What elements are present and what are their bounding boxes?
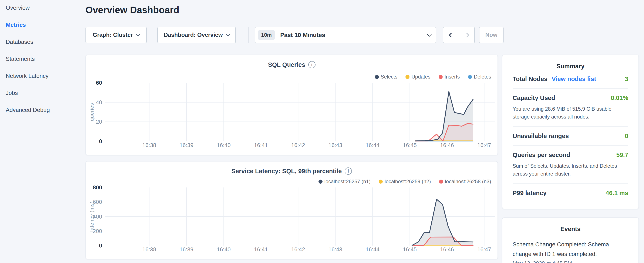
time-window-select[interactable]: 10m Past 10 Minutes xyxy=(255,27,436,43)
sql-queries-chart-card: SQL Queries i Selects Updates Inserts De… xyxy=(86,55,498,155)
svg-text:16:43: 16:43 xyxy=(328,142,342,148)
summary-description: You are using 28.6 MiB of 515.9 GiB usab… xyxy=(512,105,628,121)
svg-text:16:39: 16:39 xyxy=(180,142,194,148)
summary-title: Summary xyxy=(502,63,638,70)
time-forward-button[interactable] xyxy=(459,27,474,43)
summary-description: Sum of Selects, Updates, Inserts, and De… xyxy=(512,162,628,178)
summary-value: 3 xyxy=(625,76,628,83)
summary-row-queries-per-second: Queries per second 59.7 Sum of Selects, … xyxy=(512,145,628,183)
event-list-item[interactable]: Schema Change Completed: Schema change w… xyxy=(512,240,628,263)
summary-value: 59.7 xyxy=(616,151,628,158)
summary-row-total-nodes: Total Nodes View nodes list 3 xyxy=(512,70,628,88)
svg-text:latency (ms): latency (ms) xyxy=(89,201,94,232)
time-window-label: Past 10 Minutes xyxy=(280,32,325,39)
graph-scope-dropdown[interactable]: Graph: Cluster xyxy=(86,27,147,43)
time-step-buttons xyxy=(443,27,475,43)
chevron-left-icon xyxy=(448,33,454,38)
sidebar: Overview Metrics Databases Statements Ne… xyxy=(6,4,82,123)
svg-text:16:44: 16:44 xyxy=(366,246,380,252)
svg-text:16:46: 16:46 xyxy=(440,142,454,148)
svg-text:16:39: 16:39 xyxy=(180,246,194,252)
svg-text:queries: queries xyxy=(89,103,94,121)
sidebar-item-jobs[interactable]: Jobs xyxy=(6,89,82,97)
service-latency-plot[interactable]: 020040060080016:3816:3916:4016:4116:4216… xyxy=(86,161,498,260)
dashboard-dropdown-label: Dashboard: Overview xyxy=(164,32,223,38)
time-window-badge: 10m xyxy=(258,30,275,40)
overview-dashboard-page: { "sidebar": { "items": [ {"label": "Ove… xyxy=(0,0,644,263)
svg-text:16:42: 16:42 xyxy=(291,246,305,252)
svg-text:16:44: 16:44 xyxy=(366,142,380,148)
summary-label: Queries per second xyxy=(512,151,570,158)
svg-text:20: 20 xyxy=(96,119,102,125)
svg-text:16:40: 16:40 xyxy=(217,142,231,148)
chevron-down-icon xyxy=(226,32,230,36)
charts-column: SQL Queries i Selects Updates Inserts De… xyxy=(86,55,498,259)
svg-text:16:47: 16:47 xyxy=(477,246,491,252)
controls-divider xyxy=(248,27,248,43)
svg-text:16:43: 16:43 xyxy=(328,246,342,252)
events-card: Events Schema Change Completed: Schema c… xyxy=(502,217,639,263)
time-back-button[interactable] xyxy=(443,27,459,43)
summary-label: Total Nodes xyxy=(512,76,548,83)
view-nodes-list-link[interactable]: View nodes list xyxy=(552,76,596,83)
events-title: Events xyxy=(512,225,628,232)
summary-label: Unavailable ranges xyxy=(512,133,569,140)
now-button[interactable]: Now xyxy=(479,27,504,43)
summary-value: 0.01% xyxy=(611,95,628,102)
sidebar-item-metrics[interactable]: Metrics xyxy=(6,21,82,29)
page-title: Overview Dashboard xyxy=(86,5,179,15)
svg-text:60: 60 xyxy=(96,80,102,86)
dashboard-dropdown[interactable]: Dashboard: Overview xyxy=(157,27,236,43)
svg-text:16:46: 16:46 xyxy=(440,246,454,252)
svg-text:16:41: 16:41 xyxy=(254,246,268,252)
summary-row-p99-latency: P99 latency 46.1 ms xyxy=(512,183,628,202)
svg-text:800: 800 xyxy=(93,184,102,191)
sidebar-item-statements[interactable]: Statements xyxy=(6,55,82,63)
sidebar-item-network-latency[interactable]: Network Latency xyxy=(6,72,82,80)
chevron-down-icon xyxy=(136,32,140,36)
svg-text:16:41: 16:41 xyxy=(254,142,268,148)
svg-text:0: 0 xyxy=(99,138,102,144)
chevron-right-icon xyxy=(464,33,469,38)
dashboard-controls: Graph: Cluster Dashboard: Overview 10m P… xyxy=(86,27,504,43)
chevron-down-icon xyxy=(427,32,432,37)
svg-text:16:38: 16:38 xyxy=(142,142,156,148)
svg-text:16:42: 16:42 xyxy=(291,142,305,148)
service-latency-chart-card: Service Latency: SQL, 99th percentile i … xyxy=(86,161,498,259)
graph-scope-label: Graph: Cluster xyxy=(93,32,133,38)
svg-text:16:40: 16:40 xyxy=(217,246,231,252)
summary-value: 0 xyxy=(625,133,628,140)
summary-row-capacity-used: Capacity Used 0.01% You are using 28.6 M… xyxy=(512,88,628,126)
svg-text:16:47: 16:47 xyxy=(477,142,491,148)
svg-text:16:45: 16:45 xyxy=(403,142,417,148)
event-timestamp: May 13, 2020 at 4:45 PM xyxy=(512,260,628,263)
sidebar-item-overview[interactable]: Overview xyxy=(6,4,82,12)
svg-text:0: 0 xyxy=(99,242,102,249)
svg-text:16:45: 16:45 xyxy=(403,246,417,252)
sql-queries-plot[interactable]: 020406016:3816:3916:4016:4116:4216:4316:… xyxy=(86,55,498,156)
summary-card: Summary Total Nodes View nodes list 3 Ca… xyxy=(502,55,639,209)
summary-label: Capacity Used xyxy=(512,95,555,102)
svg-text:40: 40 xyxy=(96,99,102,106)
svg-text:16:38: 16:38 xyxy=(142,246,156,252)
summary-row-unavailable-ranges: Unavailable ranges 0 xyxy=(512,126,628,145)
sidebar-item-advanced-debug[interactable]: Advanced Debug xyxy=(6,106,82,114)
right-panel: Summary Total Nodes View nodes list 3 Ca… xyxy=(502,55,639,263)
summary-label: P99 latency xyxy=(512,190,546,197)
event-text: Schema Change Completed: Schema change w… xyxy=(512,240,615,259)
summary-value: 46.1 ms xyxy=(606,190,628,197)
sidebar-item-databases[interactable]: Databases xyxy=(6,38,82,46)
